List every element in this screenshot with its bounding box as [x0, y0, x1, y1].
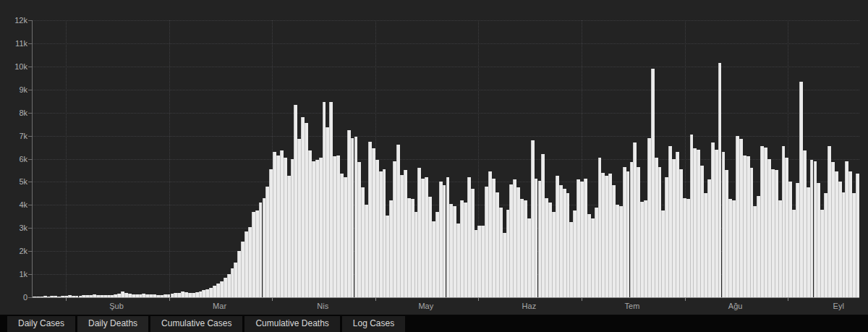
y-axis-label: 9k [0, 85, 27, 94]
chart-tab-bar: Daily CasesDaily DeathsCumulative CasesC… [0, 315, 868, 332]
y-axis-tick [28, 159, 32, 160]
y-axis-label: 4k [0, 200, 27, 209]
y-axis-label: 11k [0, 39, 27, 48]
x-axis-label: Nis [317, 302, 328, 310]
y-axis-tick [28, 274, 32, 275]
y-axis-tick [28, 228, 32, 229]
x-axis-tick [582, 297, 582, 301]
bar[interactable] [856, 174, 859, 297]
x-axis-tick [169, 297, 170, 301]
x-axis-label: Haz [522, 302, 537, 310]
v-gridline [66, 20, 67, 297]
y-axis-label: 2k [0, 247, 27, 255]
x-axis-label: Tem [625, 302, 640, 310]
tab-log-cases[interactable]: Log Cases [342, 316, 405, 332]
y-axis-tick [28, 20, 32, 21]
y-axis-label: 8k [0, 108, 27, 117]
y-axis-label: 0 [0, 293, 27, 302]
h-gridline [33, 90, 859, 90]
x-axis-label: Eyl [833, 302, 844, 310]
y-axis-tick [28, 182, 32, 182]
y-axis-label: 5k [0, 177, 27, 186]
chart-area [32, 20, 859, 298]
y-axis-tick [28, 297, 32, 298]
y-axis-label: 7k [0, 132, 27, 140]
y-axis-tick [28, 90, 32, 90]
h-gridline [33, 113, 859, 114]
y-axis-tick [28, 205, 32, 205]
y-axis-label: 6k [0, 155, 27, 163]
tab-daily-deaths[interactable]: Daily Deaths [77, 316, 148, 332]
x-axis-label: Şub [109, 302, 124, 310]
v-gridline [169, 20, 170, 297]
y-axis-tick [28, 67, 32, 67]
x-axis-label: May [418, 302, 433, 310]
tab-cumulative-cases[interactable]: Cumulative Cases [150, 316, 242, 332]
tab-daily-cases[interactable]: Daily Cases [7, 316, 75, 332]
x-axis-tick [375, 297, 376, 301]
y-axis-tick [28, 43, 32, 44]
x-axis-tick [788, 297, 788, 301]
y-axis-label: 10k [0, 62, 27, 71]
h-gridline [33, 67, 859, 67]
x-axis-label: Ağu [728, 302, 743, 310]
x-axis-tick [272, 297, 273, 301]
y-axis-label: 3k [0, 224, 27, 232]
daily-chart-dashboard: ŞubMarNisMayHazTemAğuEyl Daily CasesDail… [0, 0, 868, 332]
y-axis-tick [28, 136, 32, 137]
x-axis-tick [685, 297, 686, 301]
y-axis-tick [28, 251, 32, 252]
y-axis-tick [28, 113, 32, 114]
y-axis-label: 1k [0, 270, 27, 278]
tab-cumulative-deaths[interactable]: Cumulative Deaths [244, 316, 339, 332]
x-axis-tick [66, 297, 67, 301]
h-gridline [33, 20, 859, 21]
x-axis-tick [478, 297, 479, 301]
y-axis-label: 12k [0, 16, 27, 25]
h-gridline [33, 43, 859, 44]
x-axis-label: Mar [213, 302, 226, 310]
